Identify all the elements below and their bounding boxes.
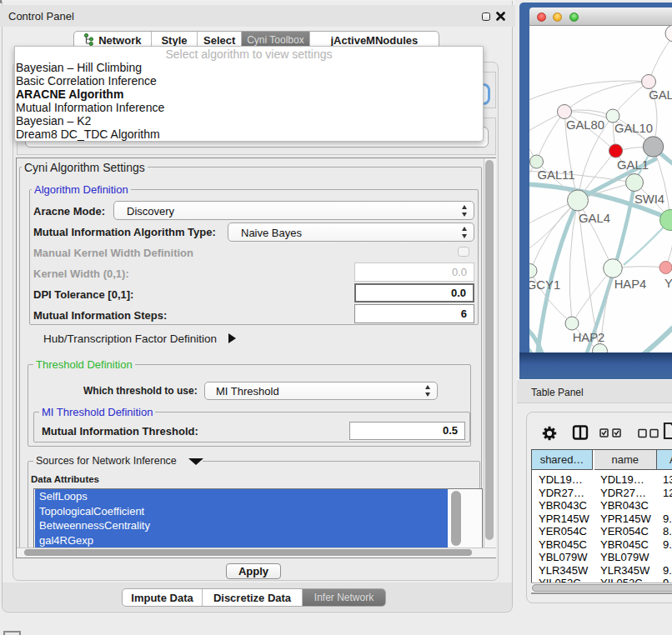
svg-text:GCY1: GCY1 bbox=[529, 278, 560, 292]
svg-text:GAL80: GAL80 bbox=[566, 118, 604, 132]
svg-text:GAL4: GAL4 bbox=[579, 212, 610, 225]
svg-text:HAP4: HAP4 bbox=[614, 278, 647, 291]
svg-text:GAL10: GAL10 bbox=[614, 122, 653, 135]
svg-text:SWI4: SWI4 bbox=[634, 192, 664, 206]
svg-text:GAL: GAL bbox=[649, 88, 672, 102]
svg-text:Y: Y bbox=[664, 277, 672, 290]
svg-text:GAL11: GAL11 bbox=[538, 168, 575, 182]
svg-text:GAL1: GAL1 bbox=[617, 158, 649, 172]
svg-text:HAP2: HAP2 bbox=[573, 331, 605, 344]
